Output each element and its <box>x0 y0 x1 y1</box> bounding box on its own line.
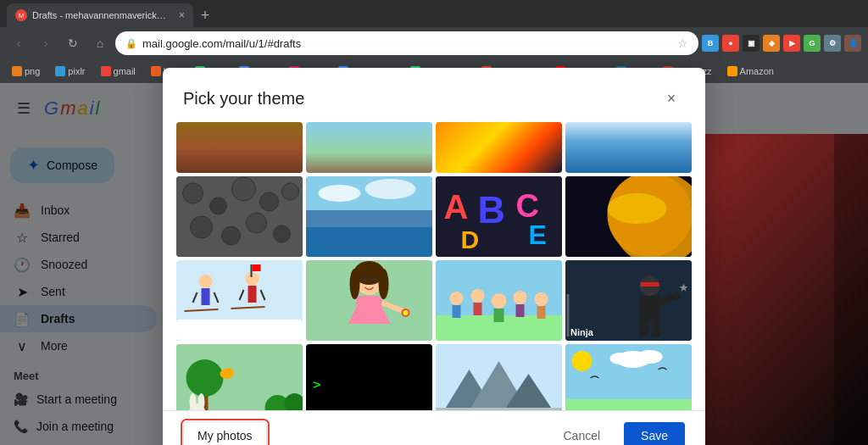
theme-wood[interactable] <box>176 122 303 173</box>
svg-rect-53 <box>453 305 461 318</box>
extension-icon-6[interactable]: G <box>804 35 821 52</box>
svg-point-6 <box>191 216 213 238</box>
svg-rect-66 <box>640 296 660 320</box>
ninja-label: Ninja <box>570 327 593 337</box>
refresh-button[interactable]: ↻ <box>61 31 85 55</box>
address-text: mail.google.com/mail/u/1/#drafts <box>142 37 672 50</box>
extension-icon-4[interactable]: ◈ <box>763 35 780 52</box>
bookmark-pixlr[interactable]: pixlr <box>50 64 90 78</box>
dialog-title: Pick your theme <box>183 89 304 108</box>
forward-button[interactable]: › <box>34 31 58 55</box>
bookmark-star-icon[interactable]: ☆ <box>677 36 688 50</box>
theme-terminal[interactable]: > <box>306 344 432 410</box>
theme-cartoon-girl[interactable] <box>306 260 432 341</box>
svg-rect-32 <box>248 286 257 303</box>
main-content: ✦ Compose 📥 Inbox ☆ Starred 🕐 Snoozed ➤ … <box>0 83 868 445</box>
svg-point-44 <box>363 278 366 281</box>
svg-point-52 <box>450 292 464 305</box>
svg-rect-61 <box>537 306 546 319</box>
back-button[interactable]: ‹ <box>7 31 31 55</box>
svg-rect-27 <box>202 288 210 305</box>
bookmark-bitly-icon <box>151 66 161 76</box>
svg-rect-69 <box>640 320 648 337</box>
svg-point-7 <box>222 226 241 245</box>
bookmark-amazon-icon <box>727 66 737 76</box>
svg-point-43 <box>379 269 389 299</box>
svg-point-45 <box>373 278 376 281</box>
svg-point-24 <box>608 193 667 224</box>
modal-overlay: Pick your theme × <box>0 83 868 445</box>
extension-icon-1[interactable]: B <box>702 35 719 52</box>
svg-point-73 <box>186 359 224 397</box>
theme-planet[interactable] <box>565 176 692 257</box>
address-bar[interactable]: 🔒 mail.google.com/mail/u/1/#drafts ☆ <box>115 31 698 55</box>
svg-text:A: A <box>444 188 469 225</box>
bookmark-gmail[interactable]: gmail <box>96 64 141 78</box>
theme-animals[interactable] <box>176 344 303 410</box>
extension-icon-2[interactable]: ● <box>722 35 739 52</box>
theme-cartoon-kids[interactable] <box>436 260 562 341</box>
svg-text:C: C <box>516 188 539 224</box>
theme-orange-wave[interactable] <box>436 122 562 173</box>
theme-cartoon-sky[interactable] <box>565 344 692 410</box>
theme-tree[interactable] <box>306 122 432 173</box>
cancel-button[interactable]: Cancel <box>546 422 617 445</box>
theme-rocks[interactable] <box>176 176 303 257</box>
svg-point-14 <box>365 179 416 199</box>
home-button[interactable]: ⌂ <box>88 31 112 55</box>
theme-colorful[interactable]: A B C D E <box>436 176 562 257</box>
svg-point-5 <box>282 183 299 200</box>
tab-close-button[interactable]: × <box>179 9 185 21</box>
dialog-header: Pick your theme × <box>163 68 705 122</box>
svg-point-76 <box>198 393 205 410</box>
theme-sea[interactable] <box>306 176 432 257</box>
theme-ninja[interactable]: Ninja <box>565 260 692 341</box>
svg-point-91 <box>610 353 631 364</box>
nav-bar: ‹ › ↻ ⌂ 🔒 mail.google.com/mail/u/1/#draf… <box>0 27 868 59</box>
theme-dialog: Pick your theme × <box>163 68 705 445</box>
svg-point-78 <box>226 368 233 375</box>
active-tab[interactable]: M Drafts - mehavannenmaverick@... × <box>7 3 193 27</box>
svg-point-2 <box>210 197 227 214</box>
my-photos-button[interactable]: My photos <box>183 421 267 445</box>
theme-ocean[interactable] <box>565 122 692 173</box>
extension-icon-5[interactable]: ▶ <box>783 35 800 52</box>
svg-rect-12 <box>306 227 432 257</box>
theme-skier[interactable] <box>176 260 303 341</box>
svg-point-75 <box>190 393 197 410</box>
svg-point-3 <box>232 177 256 201</box>
svg-point-4 <box>260 192 279 211</box>
bookmark-amazon[interactable]: Amazon <box>722 64 779 78</box>
svg-point-54 <box>471 289 485 303</box>
extension-icon-7[interactable]: ⚙ <box>824 35 841 52</box>
svg-rect-37 <box>253 264 261 271</box>
svg-point-42 <box>350 269 360 299</box>
bookmark-gmail-icon <box>101 66 111 76</box>
svg-point-88 <box>572 351 593 371</box>
bookmark-png-label: png <box>25 66 40 76</box>
themes-row-4: > <box>176 344 692 410</box>
svg-rect-85 <box>436 408 562 410</box>
extension-icon-8[interactable]: 👤 <box>844 35 861 52</box>
svg-point-49 <box>403 310 409 315</box>
save-button[interactable]: Save <box>624 422 685 445</box>
lock-icon: 🔒 <box>125 38 137 49</box>
bookmark-pixlr-icon <box>55 66 65 76</box>
terminal-prompt: > <box>313 376 321 392</box>
svg-text:E: E <box>529 220 547 250</box>
svg-rect-36 <box>251 264 253 277</box>
svg-rect-38 <box>176 320 303 341</box>
new-tab-button[interactable]: + <box>193 3 217 27</box>
bookmark-pixlr-label: pixlr <box>68 66 85 76</box>
bookmark-gmail-label: gmail <box>114 66 136 76</box>
theme-mountains[interactable] <box>436 344 562 410</box>
themes-grid: A B C D E <box>163 122 705 410</box>
svg-rect-87 <box>565 399 692 410</box>
svg-point-1 <box>183 183 203 203</box>
tab-title: Drafts - mehavannenmaverick@... <box>32 10 174 20</box>
dialog-close-button[interactable]: × <box>658 85 685 112</box>
svg-point-9 <box>274 225 291 242</box>
bookmark-png[interactable]: png <box>7 64 45 78</box>
svg-point-56 <box>492 293 507 309</box>
extension-icon-3[interactable]: ▣ <box>743 35 760 52</box>
